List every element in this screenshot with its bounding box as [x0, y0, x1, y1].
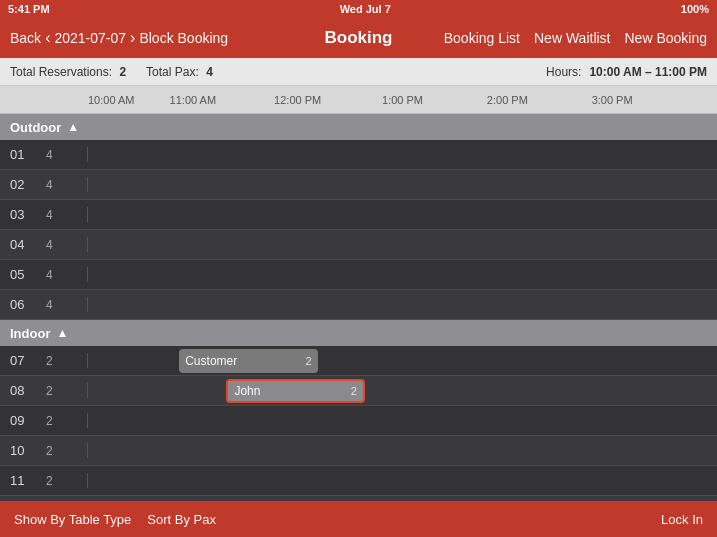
status-time: 5:41 PM: [8, 3, 50, 15]
table-row: 09 2: [0, 406, 717, 436]
table-row: 11 2: [0, 466, 717, 496]
hours-value: 10:00 AM – 11:00 PM: [589, 65, 707, 79]
table-num: 05: [10, 267, 32, 282]
table-num: 03: [10, 207, 32, 222]
total-reservations-value: 2: [119, 65, 126, 79]
row-timeline[interactable]: Customer 2: [88, 346, 717, 375]
table-row: 02 4: [0, 170, 717, 200]
row-timeline[interactable]: John 2: [88, 376, 717, 405]
table-pax: 4: [46, 238, 53, 252]
time-label-1200: 12:00 PM: [274, 94, 321, 106]
table-row: 10 2: [0, 436, 717, 466]
table-num: 02: [10, 177, 32, 192]
row-timeline: [88, 466, 717, 495]
indoor-label: Indoor: [10, 326, 50, 341]
booking-pax: 2: [301, 355, 311, 367]
table-num: 06: [10, 297, 32, 312]
booking-list-button[interactable]: Booking List: [444, 30, 520, 46]
table-row: 07 2 Customer 2: [0, 346, 717, 376]
table-num: 10: [10, 443, 32, 458]
prev-date-button[interactable]: ‹: [45, 29, 50, 47]
time-label-1400: 2:00 PM: [487, 94, 528, 106]
outdoor-section: Outdoor ▲ 01 4 02 4 03: [0, 114, 717, 320]
indoor-collapse-icon[interactable]: ▲: [56, 326, 68, 340]
time-label-1300: 1:00 PM: [382, 94, 423, 106]
table-pax: 4: [46, 178, 53, 192]
nav-bar: Back ‹ 2021-07-07 › Block Booking Bookin…: [0, 18, 717, 58]
total-pax-label: Total Pax: 4: [146, 65, 213, 79]
total-pax-value: 4: [206, 65, 213, 79]
row-timeline: [88, 170, 717, 199]
sort-by-pax-button[interactable]: Sort By Pax: [147, 512, 216, 527]
table-num: 11: [10, 473, 32, 488]
table-num: 07: [10, 353, 32, 368]
table-row: 01 4: [0, 140, 717, 170]
info-bar: Total Reservations: 2 Total Pax: 4 Hours…: [0, 58, 717, 86]
row-timeline: [88, 436, 717, 465]
indoor-section: Indoor ▲ 07 2 Customer 2 08: [0, 320, 717, 496]
row-timeline: [88, 200, 717, 229]
table-pax: 2: [46, 414, 53, 428]
row-timeline: [88, 230, 717, 259]
table-pax: 2: [46, 444, 53, 458]
booking-pax: 2: [347, 385, 357, 397]
table-pax: 2: [46, 474, 53, 488]
row-timeline: [88, 406, 717, 435]
table-pax: 2: [46, 354, 53, 368]
table-pax: 4: [46, 148, 53, 162]
current-date[interactable]: 2021-07-07: [54, 30, 126, 46]
show-by-table-type-button[interactable]: Show By Table Type: [14, 512, 131, 527]
table-row: 06 4: [0, 290, 717, 320]
new-booking-button[interactable]: New Booking: [625, 30, 708, 46]
block-booking-button[interactable]: Block Booking: [139, 30, 228, 46]
timeline-header: 10:00 AM 11:00 AM 12:00 PM 1:00 PM 2:00 …: [0, 86, 717, 114]
table-pax: 4: [46, 208, 53, 222]
row-timeline: [88, 140, 717, 169]
booking-block-john[interactable]: John 2: [226, 379, 364, 403]
outdoor-collapse-icon[interactable]: ▲: [67, 120, 79, 134]
time-label-1100: 11:00 AM: [170, 94, 216, 106]
table-pax: 4: [46, 298, 53, 312]
table-pax: 2: [46, 384, 53, 398]
bottom-bar: Show By Table Type Sort By Pax Lock In: [0, 501, 717, 537]
table-num: 09: [10, 413, 32, 428]
table-num: 01: [10, 147, 32, 162]
booking-block-customer[interactable]: Customer 2: [179, 349, 317, 373]
table-row: 04 4: [0, 230, 717, 260]
booking-label: Customer: [185, 354, 237, 368]
table-num: 04: [10, 237, 32, 252]
row-timeline: [88, 290, 717, 319]
new-waitlist-button[interactable]: New Waitlist: [534, 30, 611, 46]
row-timeline: [88, 260, 717, 289]
next-date-button[interactable]: ›: [130, 29, 135, 47]
page-title: Booking: [325, 28, 393, 47]
hours-label: Hours:: [546, 65, 581, 79]
time-label-1000: 10:00 AM: [88, 94, 134, 106]
time-label-1500: 3:00 PM: [592, 94, 633, 106]
table-row: 08 2 John 2: [0, 376, 717, 406]
lock-in-button[interactable]: Lock In: [661, 512, 703, 527]
back-button[interactable]: Back: [10, 30, 41, 46]
indoor-section-header: Indoor ▲: [0, 320, 717, 346]
outdoor-section-header: Outdoor ▲: [0, 114, 717, 140]
status-day: Wed Jul 7: [340, 3, 391, 15]
booking-label: John: [234, 384, 260, 398]
status-battery: 100%: [681, 3, 709, 15]
table-num: 08: [10, 383, 32, 398]
table-row: 03 4: [0, 200, 717, 230]
total-reservations-label: Total Reservations: 2: [10, 65, 126, 79]
status-bar: 5:41 PM Wed Jul 7 100%: [0, 0, 717, 18]
table-row: 05 4: [0, 260, 717, 290]
main-content: Outdoor ▲ 01 4 02 4 03: [0, 114, 717, 501]
table-pax: 4: [46, 268, 53, 282]
outdoor-label: Outdoor: [10, 120, 61, 135]
